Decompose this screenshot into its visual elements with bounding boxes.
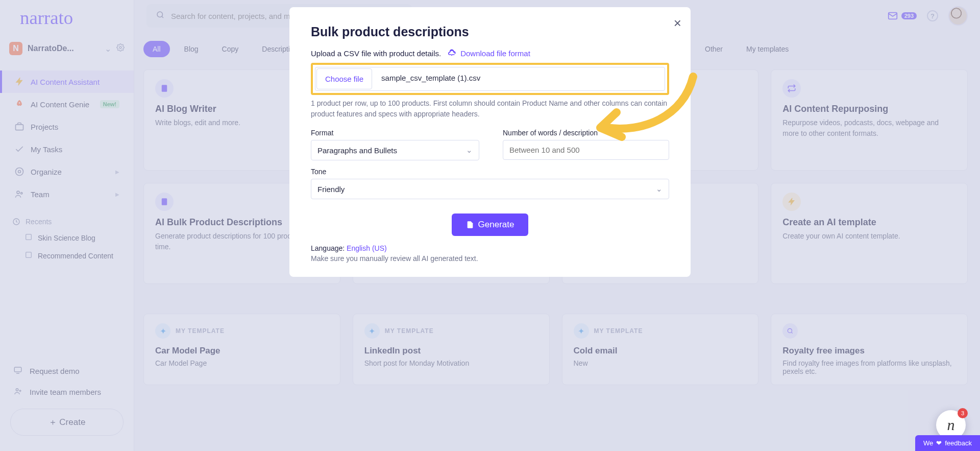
modal-overlay[interactable]: × Bulk product descriptions Upload a CSV… bbox=[0, 0, 980, 451]
feedback-tab[interactable]: We ❤ feedback bbox=[915, 435, 980, 451]
tone-label: Tone bbox=[311, 168, 669, 176]
feedback-text-pre: We bbox=[923, 439, 933, 447]
file-upload[interactable]: Choose file sample_csv_template (1).csv bbox=[315, 67, 665, 91]
tone-value: Friendly bbox=[317, 185, 345, 194]
language-row: Language: English (US) bbox=[311, 244, 669, 252]
upload-hint: 1 product per row, up to 100 products. F… bbox=[311, 98, 669, 120]
format-value: Paragraphs and Bullets bbox=[317, 146, 397, 155]
language-link[interactable]: English (US) bbox=[347, 244, 387, 252]
chevron-down-icon: ⌄ bbox=[656, 184, 663, 194]
chevron-down-icon: ⌄ bbox=[466, 146, 473, 155]
close-icon[interactable]: × bbox=[674, 15, 681, 31]
word-count-label: Number of words / description bbox=[503, 129, 669, 137]
review-note: Make sure you manually review all AI gen… bbox=[311, 254, 669, 263]
file-upload-highlight: Choose file sample_csv_template (1).csv bbox=[311, 63, 669, 95]
chat-badge: 3 bbox=[958, 408, 968, 418]
heart-icon: ❤ bbox=[936, 439, 942, 447]
language-label: Language: bbox=[311, 244, 347, 252]
download-file-format-link[interactable]: Download file format bbox=[447, 49, 530, 58]
download-label: Download file format bbox=[460, 49, 530, 58]
file-icon bbox=[466, 221, 474, 229]
selected-filename: sample_csv_template (1).csv bbox=[373, 67, 488, 90]
generate-button[interactable]: Generate bbox=[452, 213, 529, 236]
generate-label: Generate bbox=[478, 220, 514, 230]
format-select[interactable]: Paragraphs and Bullets ⌄ bbox=[311, 140, 479, 160]
choose-file-button[interactable]: Choose file bbox=[316, 68, 372, 89]
bulk-descriptions-modal: × Bulk product descriptions Upload a CSV… bbox=[289, 7, 691, 277]
modal-title: Bulk product descriptions bbox=[311, 25, 669, 39]
upload-instruction: Upload a CSV file with product details. bbox=[311, 49, 441, 58]
word-count-input[interactable] bbox=[509, 146, 663, 154]
cloud-download-icon bbox=[447, 49, 456, 58]
chat-logo: n bbox=[947, 416, 955, 434]
feedback-text-post: feedback bbox=[945, 439, 972, 447]
format-label: Format bbox=[311, 129, 479, 137]
word-count-input-wrap[interactable] bbox=[503, 140, 669, 160]
tone-select[interactable]: Friendly ⌄ bbox=[311, 179, 669, 199]
